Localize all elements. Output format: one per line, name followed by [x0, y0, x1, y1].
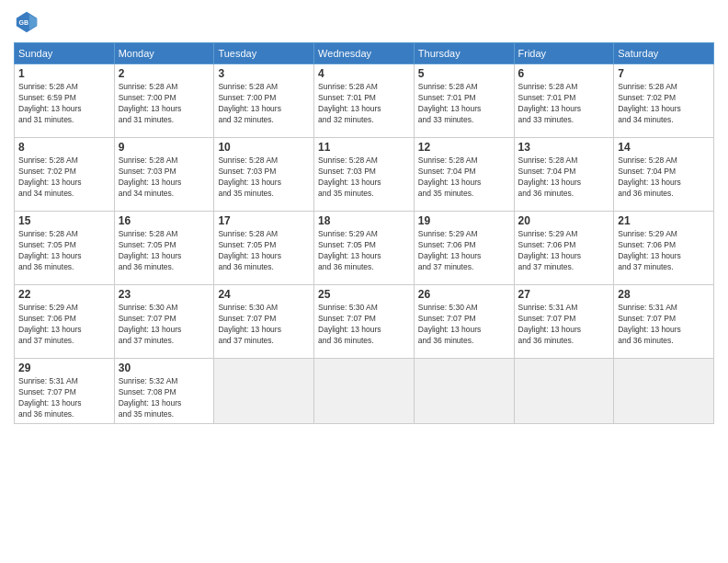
calendar-day-16: 16Sunrise: 5:28 AMSunset: 7:05 PMDayligh…	[114, 212, 214, 285]
day-number: 28	[618, 288, 710, 301]
day-number: 17	[218, 214, 310, 227]
day-number: 24	[218, 288, 310, 301]
calendar-week-2: 8Sunrise: 5:28 AMSunset: 7:02 PMDaylight…	[15, 138, 714, 212]
calendar-day-27: 27Sunrise: 5:31 AMSunset: 7:07 PMDayligh…	[514, 285, 614, 359]
calendar-day-28: 28Sunrise: 5:31 AMSunset: 7:07 PMDayligh…	[614, 285, 714, 359]
day-info: Sunrise: 5:28 AMSunset: 7:04 PMDaylight:…	[618, 155, 710, 200]
calendar-day-26: 26Sunrise: 5:30 AMSunset: 7:07 PMDayligh…	[414, 285, 514, 359]
day-info: Sunrise: 5:28 AMSunset: 7:03 PMDaylight:…	[218, 155, 310, 200]
calendar-day-30: 30Sunrise: 5:32 AMSunset: 7:08 PMDayligh…	[114, 359, 214, 424]
day-info: Sunrise: 5:31 AMSunset: 7:07 PMDaylight:…	[18, 376, 110, 420]
calendar-day-12: 12Sunrise: 5:28 AMSunset: 7:04 PMDayligh…	[414, 138, 514, 212]
calendar-container: GB SundayMondayTuesdayWednesdayThursdayF…	[0, 0, 728, 433]
calendar-day-8: 8Sunrise: 5:28 AMSunset: 7:02 PMDaylight…	[15, 138, 115, 212]
day-number: 15	[18, 214, 110, 227]
day-number: 14	[618, 141, 710, 154]
day-info: Sunrise: 5:28 AMSunset: 6:59 PMDaylight:…	[18, 82, 110, 126]
calendar-day-2: 2Sunrise: 5:28 AMSunset: 7:00 PMDaylight…	[114, 64, 214, 138]
calendar-day-23: 23Sunrise: 5:30 AMSunset: 7:07 PMDayligh…	[114, 285, 214, 359]
calendar-day-29: 29Sunrise: 5:31 AMSunset: 7:07 PMDayligh…	[15, 359, 115, 424]
day-info: Sunrise: 5:29 AMSunset: 7:06 PMDaylight:…	[418, 229, 510, 273]
calendar-day-13: 13Sunrise: 5:28 AMSunset: 7:04 PMDayligh…	[514, 138, 614, 212]
calendar-day-18: 18Sunrise: 5:29 AMSunset: 7:05 PMDayligh…	[314, 212, 415, 285]
day-number: 29	[18, 362, 110, 374]
day-number: 3	[218, 67, 310, 80]
calendar-day-3: 3Sunrise: 5:28 AMSunset: 7:00 PMDaylight…	[214, 64, 314, 138]
calendar-week-4: 22Sunrise: 5:29 AMSunset: 7:06 PMDayligh…	[15, 285, 714, 359]
calendar-week-3: 15Sunrise: 5:28 AMSunset: 7:05 PMDayligh…	[15, 212, 714, 285]
day-number: 21	[618, 214, 710, 227]
calendar-week-5: 29Sunrise: 5:31 AMSunset: 7:07 PMDayligh…	[15, 359, 714, 424]
weekday-tuesday: Tuesday	[214, 43, 314, 64]
calendar-day-15: 15Sunrise: 5:28 AMSunset: 7:05 PMDayligh…	[15, 212, 115, 285]
day-number: 27	[518, 288, 610, 301]
day-info: Sunrise: 5:30 AMSunset: 7:07 PMDaylight:…	[119, 303, 210, 347]
day-number: 6	[518, 67, 610, 80]
empty-cell	[314, 359, 415, 424]
calendar-day-25: 25Sunrise: 5:30 AMSunset: 7:07 PMDayligh…	[314, 285, 415, 359]
day-number: 16	[119, 214, 210, 227]
day-info: Sunrise: 5:32 AMSunset: 7:08 PMDaylight:…	[119, 376, 210, 420]
weekday-thursday: Thursday	[414, 43, 514, 64]
day-number: 10	[218, 141, 310, 154]
day-info: Sunrise: 5:28 AMSunset: 7:00 PMDaylight:…	[218, 82, 310, 126]
day-info: Sunrise: 5:29 AMSunset: 7:06 PMDaylight:…	[518, 229, 610, 273]
day-number: 12	[418, 141, 510, 154]
weekday-monday: Monday	[114, 43, 214, 64]
weekday-wednesday: Wednesday	[314, 43, 415, 64]
calendar-table: SundayMondayTuesdayWednesdayThursdayFrid…	[14, 42, 714, 424]
day-number: 8	[18, 141, 110, 154]
day-info: Sunrise: 5:28 AMSunset: 7:02 PMDaylight:…	[618, 82, 710, 126]
calendar-day-21: 21Sunrise: 5:29 AMSunset: 7:06 PMDayligh…	[614, 212, 714, 285]
calendar-day-24: 24Sunrise: 5:30 AMSunset: 7:07 PMDayligh…	[214, 285, 314, 359]
day-number: 13	[518, 141, 610, 154]
day-info: Sunrise: 5:28 AMSunset: 7:05 PMDaylight:…	[119, 229, 210, 273]
day-number: 22	[18, 288, 110, 301]
day-number: 30	[119, 362, 210, 374]
svg-text:GB: GB	[19, 19, 29, 26]
day-number: 5	[418, 67, 510, 80]
weekday-friday: Friday	[514, 43, 614, 64]
day-number: 2	[119, 67, 210, 80]
calendar-day-11: 11Sunrise: 5:28 AMSunset: 7:03 PMDayligh…	[314, 138, 415, 212]
calendar-day-20: 20Sunrise: 5:29 AMSunset: 7:06 PMDayligh…	[514, 212, 614, 285]
day-number: 20	[518, 214, 610, 227]
calendar-day-6: 6Sunrise: 5:28 AMSunset: 7:01 PMDaylight…	[514, 64, 614, 138]
day-info: Sunrise: 5:28 AMSunset: 7:05 PMDaylight:…	[18, 229, 110, 273]
day-info: Sunrise: 5:29 AMSunset: 7:06 PMDaylight:…	[618, 229, 710, 273]
calendar-day-7: 7Sunrise: 5:28 AMSunset: 7:02 PMDaylight…	[614, 64, 714, 138]
calendar-day-9: 9Sunrise: 5:28 AMSunset: 7:03 PMDaylight…	[114, 138, 214, 212]
day-info: Sunrise: 5:28 AMSunset: 7:03 PMDaylight:…	[318, 155, 410, 200]
day-number: 9	[119, 141, 210, 154]
calendar-day-5: 5Sunrise: 5:28 AMSunset: 7:01 PMDaylight…	[414, 64, 514, 138]
weekday-saturday: Saturday	[614, 43, 714, 64]
weekday-header-row: SundayMondayTuesdayWednesdayThursdayFrid…	[15, 43, 714, 64]
day-number: 4	[318, 67, 410, 80]
empty-cell	[514, 359, 614, 424]
day-info: Sunrise: 5:29 AMSunset: 7:06 PMDaylight:…	[18, 303, 110, 347]
day-info: Sunrise: 5:29 AMSunset: 7:05 PMDaylight:…	[318, 229, 410, 273]
empty-cell	[214, 359, 314, 424]
day-info: Sunrise: 5:28 AMSunset: 7:01 PMDaylight:…	[418, 82, 510, 126]
empty-cell	[414, 359, 514, 424]
logo-icon: GB	[14, 9, 40, 35]
day-number: 18	[318, 214, 410, 227]
calendar-week-1: 1Sunrise: 5:28 AMSunset: 6:59 PMDaylight…	[15, 64, 714, 138]
day-info: Sunrise: 5:28 AMSunset: 7:01 PMDaylight:…	[518, 82, 610, 126]
day-info: Sunrise: 5:30 AMSunset: 7:07 PMDaylight:…	[218, 303, 310, 347]
day-number: 7	[618, 67, 710, 80]
day-info: Sunrise: 5:30 AMSunset: 7:07 PMDaylight:…	[318, 303, 410, 347]
calendar-day-17: 17Sunrise: 5:28 AMSunset: 7:05 PMDayligh…	[214, 212, 314, 285]
day-info: Sunrise: 5:30 AMSunset: 7:07 PMDaylight:…	[418, 303, 510, 347]
day-info: Sunrise: 5:28 AMSunset: 7:03 PMDaylight:…	[119, 155, 210, 200]
svg-marker-1	[29, 15, 37, 30]
day-info: Sunrise: 5:28 AMSunset: 7:05 PMDaylight:…	[218, 229, 310, 273]
day-number: 23	[119, 288, 210, 301]
day-number: 1	[18, 67, 110, 80]
calendar-day-22: 22Sunrise: 5:29 AMSunset: 7:06 PMDayligh…	[15, 285, 115, 359]
calendar-day-4: 4Sunrise: 5:28 AMSunset: 7:01 PMDaylight…	[314, 64, 415, 138]
calendar-day-19: 19Sunrise: 5:29 AMSunset: 7:06 PMDayligh…	[414, 212, 514, 285]
day-info: Sunrise: 5:28 AMSunset: 7:04 PMDaylight:…	[518, 155, 610, 200]
day-info: Sunrise: 5:31 AMSunset: 7:07 PMDaylight:…	[618, 303, 710, 347]
weekday-sunday: Sunday	[15, 43, 115, 64]
